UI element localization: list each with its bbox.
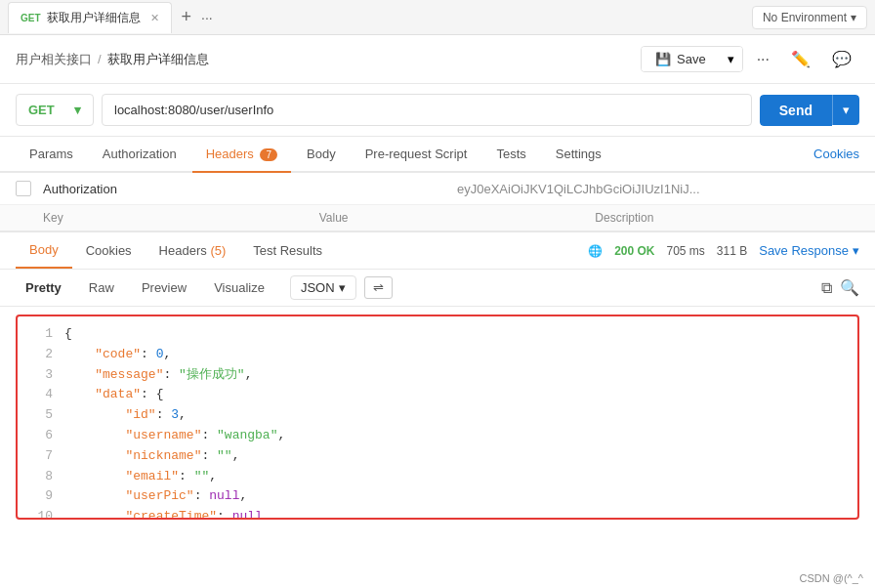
fmt-tab-preview[interactable]: Preview [132,276,196,299]
fmt-tab-visualize[interactable]: Visualize [204,276,274,299]
line-number: 10 [33,507,53,520]
line-number: 4 [33,385,53,405]
copy-icon-button[interactable]: ⧉ [821,278,832,297]
headers-row-authorization: Authorization eyJ0eXAiOiJKV1QiLCJhbGciOi… [0,173,875,205]
res-tab-test-results[interactable]: Test Results [239,233,336,268]
response-tabs-bar: Body Cookies Headers (5) Test Results 🌐 … [0,232,875,270]
res-tab-test-results-label: Test Results [253,243,322,258]
save-response-label: Save Response [759,243,849,258]
save-button[interactable]: 💾 Save [642,47,720,71]
tab-pre-request[interactable]: Pre-request Script [352,137,481,173]
fmt-tab-raw[interactable]: Raw [79,276,124,299]
url-input[interactable] [102,94,752,126]
request-header: 用户相关接口 / 获取用户详细信息 💾 Save ▾ ··· ✏️ 💬 [0,35,875,84]
json-line: 8 "email": "", [33,467,842,487]
url-bar: GET ▾ Send ▾ [0,84,875,137]
tab-headers-label: Headers [206,147,254,161]
tab-authorization[interactable]: Authorization [89,137,190,173]
res-tab-headers-badge: (5) [210,243,226,258]
breadcrumb-current: 获取用户详细信息 [107,51,209,68]
headers-table: Authorization eyJ0eXAiOiJKV1QiLCJhbGciOi… [0,173,875,232]
header-key[interactable]: Authorization [43,182,445,196]
response-status: 200 OK [614,244,654,258]
res-tab-cookies[interactable]: Cookies [72,233,146,268]
format-type-select[interactable]: JSON ▾ [290,275,356,300]
tab-settings[interactable]: Settings [542,137,615,173]
res-tab-cookies-label: Cookies [86,243,132,258]
json-line: 1{ [33,324,842,345]
response-meta: 🌐 200 OK 705 ms 311 B Save Response ▾ [588,243,859,258]
save-dropdown-arrow[interactable]: ▾ [720,47,742,71]
edit-icon-button[interactable]: ✏️ [783,45,818,73]
col-key-label: Key [43,211,308,225]
environment-selector[interactable]: No Environment ▾ [752,6,867,29]
response-time: 705 ms [667,244,705,258]
tab-headers[interactable]: Headers 7 [192,137,291,173]
headers-column-headers: Key Value Description [0,205,875,231]
more-options-button[interactable]: ··· [749,46,777,73]
fmt-tab-pretty[interactable]: Pretty [16,276,71,299]
response-size: 311 B [717,244,747,258]
comment-icon-button[interactable]: 💬 [824,45,859,73]
line-content: "nickname": "", [64,446,842,467]
json-line: 2 "code": 0, [33,345,842,365]
header-value[interactable]: eyJ0eXAiOiJKV1QiLCJhbGciOiJIUzI1NiJ... [457,182,859,196]
tab-more-button[interactable]: ··· [201,10,213,25]
cookies-link[interactable]: Cookies [813,147,859,161]
line-number: 9 [33,486,53,507]
format-type-label: JSON [301,280,335,295]
send-button[interactable]: Send [760,95,832,126]
format-bar: Pretty Raw Preview Visualize JSON ▾ ⇌ ⧉ … [0,270,875,307]
json-body[interactable]: 1{2 "code": 0,3 "message": "操作成功",4 "dat… [16,315,859,520]
wrap-icon[interactable]: ⇌ [364,276,393,299]
res-tab-headers[interactable]: Headers (5) [146,233,240,268]
json-line: 9 "userPic": null, [33,486,842,507]
json-line: 10 "createTime": null, [33,507,842,520]
line-number: 2 [33,345,53,365]
json-line: 5 "id": 3, [33,405,842,426]
breadcrumb: 用户相关接口 / 获取用户详细信息 [16,51,209,68]
line-content: "username": "wangba", [64,426,842,446]
chevron-down-icon: ▾ [851,11,856,24]
line-number: 3 [33,365,53,386]
tab-close-icon[interactable]: ✕ [150,12,159,24]
tab-headers-badge: 7 [260,148,277,161]
bottom-bar: CSDN @(^_^ [788,568,876,588]
tab-params-label: Params [29,147,73,161]
header-checkbox[interactable] [16,181,31,196]
tab-tests[interactable]: Tests [482,137,539,173]
line-content: "data": { [64,385,842,405]
line-content: "code": 0, [64,345,842,365]
save-icon: 💾 [655,52,671,66]
save-response-chevron-icon: ▾ [853,243,859,258]
tab-get-request[interactable]: GET 获取用户详细信息 ✕ [8,2,172,33]
line-number: 5 [33,405,53,426]
tab-body[interactable]: Body [293,137,350,173]
method-label: GET [28,103,55,117]
line-content: { [64,324,842,345]
tab-tests-label: Tests [496,147,525,161]
env-selector-label: No Environment [763,11,847,24]
tab-method-badge: GET [21,13,41,23]
save-label: Save [677,52,706,66]
tab-params[interactable]: Params [16,137,87,173]
request-tabs: Params Authorization Headers 7 Body Pre-… [0,137,875,173]
bottom-label: CSDN @(^_^ [800,572,864,584]
method-select[interactable]: GET ▾ [16,94,94,126]
res-tab-body[interactable]: Body [16,232,72,269]
send-button-group: Send ▾ [760,95,859,126]
send-dropdown-arrow[interactable]: ▾ [832,95,859,125]
format-chevron-icon: ▾ [339,280,346,295]
line-content: "userPic": null, [64,486,842,507]
tab-add-button[interactable]: + [176,7,198,27]
res-tab-headers-label: Headers [159,243,207,258]
save-response-button[interactable]: Save Response ▾ [759,243,859,258]
breadcrumb-parent[interactable]: 用户相关接口 [16,51,92,68]
tab-label: 获取用户详细信息 [47,10,141,26]
line-content: "createTime": null, [64,507,842,520]
col-value-label: Value [319,211,584,225]
header-actions: 💾 Save ▾ ··· ✏️ 💬 [641,45,859,73]
json-line: 4 "data": { [33,385,842,405]
search-icon-button[interactable]: 🔍 [840,278,859,297]
line-number: 7 [33,446,53,467]
